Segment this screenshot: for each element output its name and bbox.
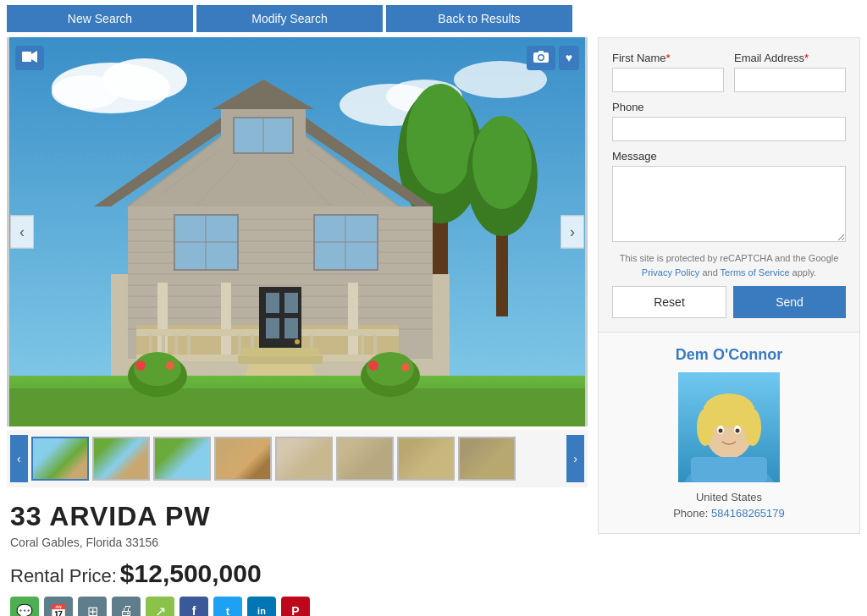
agent-photo-svg [678, 372, 780, 482]
agent-name: Dem O'Connor [612, 346, 846, 364]
share-chat-button[interactable]: 💬 [10, 597, 39, 616]
share-linkedin-button[interactable]: in [247, 597, 276, 616]
svg-point-9 [406, 84, 474, 194]
svg-rect-97 [691, 457, 767, 482]
property-main-image [7, 37, 588, 426]
share-facebook-button[interactable]: f [179, 597, 208, 616]
thumbnail-1[interactable] [31, 437, 89, 481]
gallery-next-button[interactable]: › [561, 216, 584, 249]
recaptcha-notice: This site is protected by reCAPTCHA and … [612, 251, 846, 279]
first-name-group: First Name* [612, 52, 724, 92]
terms-link[interactable]: Terms of Service [721, 267, 790, 278]
svg-point-12 [472, 116, 532, 209]
share-link-button[interactable]: ↗ [146, 597, 174, 616]
svg-rect-50 [149, 335, 152, 355]
svg-rect-51 [162, 335, 165, 355]
rental-price-label: Rental Price: [10, 565, 117, 586]
price-share-row: Rental Price: $12,500,000 💬 📅 ⊞ 🖨 ↗ f t … [7, 549, 588, 616]
svg-rect-47 [348, 283, 358, 359]
thumbnail-8[interactable] [458, 437, 516, 481]
svg-point-76 [166, 361, 174, 370]
svg-rect-58 [361, 335, 364, 355]
main-image-container: ♥ ‹ › [7, 37, 588, 426]
thumbnail-2[interactable] [92, 437, 150, 481]
thumbnail-7[interactable] [397, 437, 455, 481]
svg-rect-46 [221, 283, 231, 359]
share-print-button[interactable]: 🖨 [112, 597, 141, 616]
svg-point-96 [736, 429, 740, 433]
svg-point-75 [135, 360, 146, 371]
svg-point-95 [719, 429, 723, 433]
main-layout: ♥ ‹ › ‹ › 33 ARVIDA PW Coral Ga [0, 37, 867, 616]
share-calendar-button[interactable]: 📅 [44, 597, 73, 616]
message-group: Message [612, 150, 846, 245]
email-group: Email Address* [734, 52, 846, 92]
phone-input[interactable] [612, 117, 846, 141]
phone-label: Phone [612, 101, 846, 113]
email-input[interactable] [734, 68, 846, 92]
thumbnail-5[interactable] [275, 437, 333, 481]
svg-rect-61 [266, 293, 279, 313]
agent-phone-link[interactable]: 584168265179 [711, 507, 785, 520]
form-row-name-email: First Name* Email Address* [612, 52, 846, 92]
thumb-prev-button[interactable]: ‹ [10, 435, 28, 482]
share-twitter-button[interactable]: t [213, 597, 242, 616]
form-buttons: Reset Send [612, 286, 846, 318]
share-buttons: 💬 📅 ⊞ 🖨 ↗ f t in P [10, 597, 584, 616]
contact-form: First Name* Email Address* Phone Message [598, 37, 860, 333]
thumb-next-button[interactable]: › [566, 435, 584, 482]
new-search-button[interactable]: New Search [7, 5, 193, 32]
gallery-prev-button[interactable]: ‹ [10, 216, 34, 249]
thumbnails-row: ‹ › [7, 430, 588, 487]
message-label: Message [612, 150, 846, 162]
share-grid-button[interactable]: ⊞ [78, 597, 107, 616]
svg-rect-63 [266, 318, 279, 338]
svg-rect-70 [9, 388, 585, 426]
thumbnail-6[interactable] [336, 437, 394, 481]
share-pinterest-button[interactable]: P [281, 597, 310, 616]
agent-country: United States [612, 491, 846, 503]
video-tour-icon[interactable] [15, 46, 44, 70]
svg-rect-54 [238, 335, 241, 355]
svg-rect-67 [238, 355, 323, 364]
gallery-icons: ♥ [527, 46, 579, 70]
property-info: 33 ARVIDA PW Coral Gables, Florida 33156 [7, 487, 588, 549]
thumbnail-strip [31, 437, 564, 481]
svg-rect-59 [373, 335, 377, 355]
property-location: Coral Gables, Florida 33156 [10, 536, 584, 549]
reset-button[interactable]: Reset [612, 286, 726, 318]
thumbnail-4[interactable] [214, 437, 272, 481]
rental-price-value: $12,500,000 [120, 559, 262, 587]
first-name-label: First Name* [612, 52, 724, 64]
thumbnail-3[interactable] [153, 437, 211, 481]
back-to-results-button[interactable]: Back to Results [386, 5, 572, 32]
svg-rect-64 [284, 318, 298, 338]
svg-point-3 [52, 75, 119, 109]
top-navigation: New Search Modify Search Back to Results [0, 0, 867, 37]
svg-rect-79 [22, 52, 31, 62]
svg-rect-68 [242, 348, 318, 356]
svg-marker-80 [31, 51, 37, 63]
agent-phone: Phone: 584168265179 [612, 507, 846, 520]
svg-rect-92 [704, 406, 754, 427]
svg-point-83 [538, 56, 543, 60]
send-button[interactable]: Send [733, 286, 846, 318]
svg-rect-62 [284, 293, 298, 313]
property-address: 33 ARVIDA PW [10, 501, 584, 532]
svg-rect-52 [174, 335, 178, 355]
message-textarea[interactable] [612, 166, 846, 242]
privacy-policy-link[interactable]: Privacy Policy [642, 267, 699, 278]
left-column: ♥ ‹ › ‹ › 33 ARVIDA PW Coral Ga [7, 37, 588, 616]
svg-point-65 [295, 339, 300, 344]
svg-rect-53 [187, 335, 191, 355]
camera-icon[interactable] [527, 46, 555, 70]
agent-card: Dem O'Connor [598, 333, 860, 534]
right-column: First Name* Email Address* Phone Message [598, 37, 860, 616]
modify-search-button[interactable]: Modify Search [196, 5, 383, 32]
first-name-input[interactable] [612, 68, 724, 92]
svg-point-77 [368, 360, 378, 371]
phone-group: Phone [612, 101, 846, 141]
favorite-icon[interactable]: ♥ [559, 46, 579, 70]
email-label: Email Address* [734, 52, 846, 64]
svg-rect-84 [538, 51, 544, 53]
